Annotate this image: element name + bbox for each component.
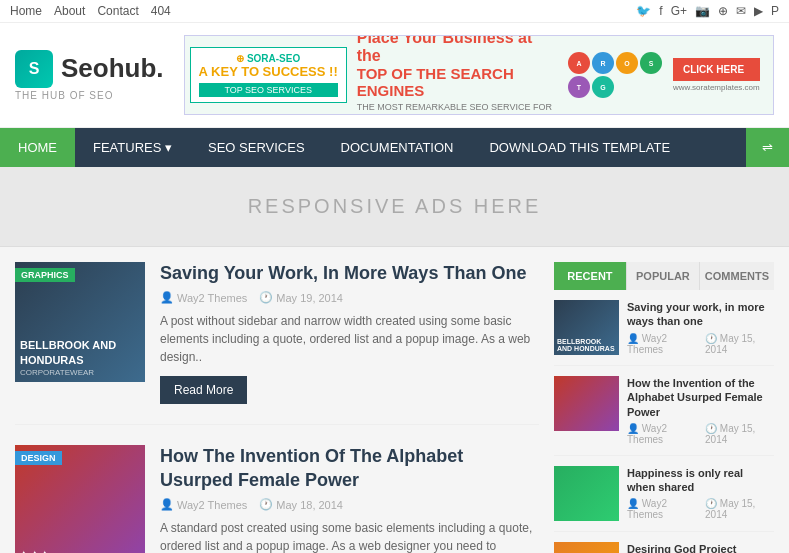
sidebar-post-meta-1: 👤 Way2 Themes 🕐 May 15, 2014 <box>627 333 774 355</box>
logo-sub: THE HUB OF SEO <box>15 90 164 101</box>
post-meta-1: 👤 Way2 Themes 🕐 May 19, 2014 <box>160 291 539 304</box>
sidebar-tabs: RECENT POPULAR COMMENTS <box>554 262 774 290</box>
nav-home[interactable]: Home <box>10 4 42 18</box>
nav-item-seo-services[interactable]: SEO SERVICES <box>190 128 323 167</box>
post-content-2: How The Invention Of The Alphabet Usurpe… <box>160 445 539 553</box>
sidebar-date-3: 🕐 May 15, 2014 <box>705 498 774 520</box>
sidebar-post-meta-3: 👤 Way2 Themes 🕐 May 15, 2014 <box>627 498 774 520</box>
googleplus-icon[interactable]: G+ <box>671 4 687 18</box>
sidebar-thumb-3 <box>554 466 619 521</box>
post-author-2: 👤 Way2 Themes <box>160 498 247 511</box>
top-bar: Home About Contact 404 🐦 f G+ 📷 ⊕ ✉ ▶ P <box>0 0 789 23</box>
sidebar-post-text-4: Desiring God Project 👤 Way2 Themes 🕐 May… <box>627 542 774 553</box>
sidebar-author-2: 👤 Way2 Themes <box>627 423 699 445</box>
post-content-1: Saving Your Work, In More Ways Than One … <box>160 262 539 404</box>
post-tag-1: GRAPHICS <box>15 268 75 282</box>
click-here-button[interactable]: CLICK HERE <box>673 58 760 81</box>
post-item: DESIGN ✦ ✦ ✦ How The Invention Of The Al… <box>15 445 539 553</box>
sidebar-date-2: 🕐 May 15, 2014 <box>705 423 774 445</box>
post-title-1: Saving Your Work, In More Ways Than One <box>160 262 539 285</box>
sidebar-post: Desiring God Project 👤 Way2 Themes 🕐 May… <box>554 542 774 553</box>
logo-area: S Seohub. THE HUB OF SEO <box>15 50 164 101</box>
post-author-1: 👤 Way2 Themes <box>160 291 247 304</box>
header: S Seohub. THE HUB OF SEO ⊕ SORA-SEO A KE… <box>0 23 789 128</box>
banner-button[interactable]: TOP SEO SERVICES <box>199 83 338 97</box>
sidebar-post-title-3: Happiness is only real when shared <box>627 466 774 495</box>
sidebar-thumb-2 <box>554 376 619 431</box>
circle-analyze: A <box>568 52 590 74</box>
thumb-sub-1: CORPORATEWEAR <box>20 368 140 377</box>
sidebar-author-1: 👤 Way2 Themes <box>627 333 699 355</box>
nav-contact[interactable]: Contact <box>97 4 138 18</box>
tab-recent[interactable]: RECENT <box>554 262 627 290</box>
sidebar-post-text-3: Happiness is only real when shared 👤 Way… <box>627 466 774 521</box>
banner-logo-text: ⊕ SORA-SEO <box>199 53 338 64</box>
banner-mid: Place Your Business at the TOP OF THE SE… <box>347 35 568 115</box>
pinterest-icon[interactable]: P <box>771 4 779 18</box>
instagram-icon[interactable]: 📷 <box>695 4 710 18</box>
circle-grow: G <box>592 76 614 98</box>
post-thumb-1: GRAPHICS BELLBROOK AND HONDURAS CORPORAT… <box>15 262 145 382</box>
logo-text: Seohub. <box>61 53 164 84</box>
sidebar-post: How the Invention of the Alphabet Usurpe… <box>554 376 774 456</box>
youtube-icon[interactable]: ▶ <box>754 4 763 18</box>
main-posts: GRAPHICS BELLBROOK AND HONDURAS CORPORAT… <box>15 262 539 553</box>
nav-item-documentation[interactable]: DOCUMENTATION <box>323 128 472 167</box>
post-tag-2: DESIGN <box>15 451 62 465</box>
sidebar-post-text-2: How the Invention of the Alphabet Usurpe… <box>627 376 774 445</box>
ad-banner: RESPONSIVE ADS HERE <box>0 167 789 247</box>
post-date-2: 🕐 May 18, 2014 <box>259 498 343 511</box>
email-icon[interactable]: ✉ <box>736 4 746 18</box>
top-nav: Home About Contact 404 <box>10 4 171 18</box>
sidebar-post-text-1: Saving your work, in more ways than one … <box>627 300 774 355</box>
sidebar-post-meta-2: 👤 Way2 Themes 🕐 May 15, 2014 <box>627 423 774 445</box>
post-excerpt-2: A standard post created using some basic… <box>160 519 539 553</box>
nav-404[interactable]: 404 <box>151 4 171 18</box>
nav-item-download[interactable]: DOWNLOAD THIS TEMPLATE <box>471 128 688 167</box>
banner-tagline: A KEY TO SUCCESS !! <box>199 64 338 80</box>
main-nav: HOME FEATURES ▾ SEO SERVICES DOCUMENTATI… <box>0 128 789 167</box>
banner-area: ⊕ SORA-SEO A KEY TO SUCCESS !! TOP SEO S… <box>184 35 774 115</box>
facebook-icon[interactable]: f <box>659 4 662 18</box>
banner-left: ⊕ SORA-SEO A KEY TO SUCCESS !! TOP SEO S… <box>190 47 347 103</box>
nav-about[interactable]: About <box>54 4 85 18</box>
sidebar-post-title-4: Desiring God Project <box>627 542 774 553</box>
shuffle-button[interactable]: ⇌ <box>746 128 789 167</box>
logo-icon: S <box>15 50 53 88</box>
post-thumb-2: DESIGN ✦ ✦ ✦ <box>15 445 145 553</box>
circle-submit: S <box>640 52 662 74</box>
sidebar-thumb-4 <box>554 542 619 553</box>
sidebar-thumb-1: BELLBROOK AND HONDURAS <box>554 300 619 355</box>
sidebar-post: Happiness is only real when shared 👤 Way… <box>554 466 774 532</box>
seo-circles: A R O S T G <box>568 52 668 98</box>
read-more-button-1[interactable]: Read More <box>160 376 247 404</box>
sidebar-post-title-2: How the Invention of the Alphabet Usurpe… <box>627 376 774 419</box>
circle-track: T <box>568 76 590 98</box>
post-excerpt-1: A post without sidebar and narrow width … <box>160 312 539 366</box>
sidebar-author-3: 👤 Way2 Themes <box>627 498 699 520</box>
post-title-2: How The Invention Of The Alphabet Usurpe… <box>160 445 539 492</box>
banner-url: www.soratemplates.com <box>673 83 760 92</box>
sidebar-post-title-1: Saving your work, in more ways than one <box>627 300 774 329</box>
content-area: GRAPHICS BELLBROOK AND HONDURAS CORPORAT… <box>0 247 789 553</box>
sidebar-date-1: 🕐 May 15, 2014 <box>705 333 774 355</box>
post-item: GRAPHICS BELLBROOK AND HONDURAS CORPORAT… <box>15 262 539 425</box>
tab-popular[interactable]: POPULAR <box>627 262 700 290</box>
twitter-icon[interactable]: 🐦 <box>636 4 651 18</box>
sidebar-post: BELLBROOK AND HONDURAS Saving your work,… <box>554 300 774 366</box>
top-social: 🐦 f G+ 📷 ⊕ ✉ ▶ P <box>636 4 779 18</box>
banner-mid-sub: THE MOST REMARKABLE SEO SERVICE FOR OUR … <box>357 102 558 116</box>
post-date-1: 🕐 May 19, 2014 <box>259 291 343 304</box>
sidebar: RECENT POPULAR COMMENTS BELLBROOK AND HO… <box>554 262 774 553</box>
thumb-text-1: BELLBROOK AND HONDURAS <box>20 338 140 367</box>
tab-comments[interactable]: COMMENTS <box>700 262 774 290</box>
circle-report: R <box>592 52 614 74</box>
banner-right: A R O S T G CLICK HERE www.soratemplates… <box>568 52 768 98</box>
circle-optimize: O <box>616 52 638 74</box>
post-meta-2: 👤 Way2 Themes 🕐 May 18, 2014 <box>160 498 539 511</box>
rss-icon[interactable]: ⊕ <box>718 4 728 18</box>
banner-mid-headline: Place Your Business at the TOP OF THE SE… <box>357 35 558 99</box>
nav-item-features[interactable]: FEATURES ▾ <box>75 128 190 167</box>
thumb-decor-2: ✦ ✦ ✦ <box>20 549 140 553</box>
nav-item-home[interactable]: HOME <box>0 128 75 167</box>
